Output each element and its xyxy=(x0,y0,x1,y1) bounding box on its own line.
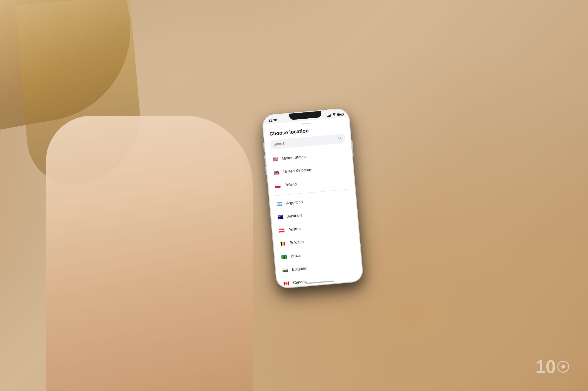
search-icon xyxy=(338,136,342,141)
recent-countries-list: 🇺🇸 United States 🇬🇧 United Kingdom 🇵🇱 Po… xyxy=(266,146,355,193)
battery-icon xyxy=(337,113,343,116)
flag-ca: 🇨🇦 xyxy=(282,280,290,288)
all-countries-list: 🇦🇷 Argentina 🇦🇺 Australia 🇦🇹 Austria 🇧🇪 … xyxy=(270,191,363,288)
country-name-br: Brazil xyxy=(291,253,301,259)
flag-ar: 🇦🇷 xyxy=(275,200,284,208)
wifi-icon xyxy=(332,113,336,117)
app-content[interactable]: Choose location xyxy=(263,117,363,288)
country-name-be: Belgium xyxy=(290,240,304,245)
watermark: 10 xyxy=(535,356,570,377)
recent-countries-section: 🇺🇸 United States 🇬🇧 United Kingdom 🇵🇱 Po… xyxy=(266,146,355,194)
country-name-pl: Poland xyxy=(284,182,297,188)
country-name-bg: Bulgaria xyxy=(292,266,306,272)
flag-be: 🇧🇪 xyxy=(279,240,287,248)
flag-au: 🇦🇺 xyxy=(277,213,285,221)
signal-icon xyxy=(327,114,331,117)
status-icons xyxy=(327,112,343,117)
phone-screen: 11:38 xyxy=(262,108,363,289)
flag-pl: 🇵🇱 xyxy=(274,182,282,190)
flag-bg: 🇧🇬 xyxy=(281,266,289,274)
hand-holding xyxy=(46,116,253,391)
country-name-ar: Argentina xyxy=(286,200,303,205)
flag-gb: 🇬🇧 xyxy=(273,169,281,177)
country-name-ca: Canada xyxy=(293,280,307,285)
country-name-at: Austria xyxy=(288,226,301,232)
phone-device: 11:38 xyxy=(262,108,364,289)
svg-point-1 xyxy=(561,365,565,369)
phone-shell: 11:38 xyxy=(262,108,364,289)
flag-br: 🇧🇷 xyxy=(280,253,288,261)
country-name-au: Australia xyxy=(287,213,303,219)
flag-us: 🇺🇸 xyxy=(272,155,280,163)
watermark-number: 10 xyxy=(535,356,556,377)
country-name-us: United States xyxy=(282,154,306,161)
watermark-icon xyxy=(557,361,570,373)
flag-at: 🇦🇹 xyxy=(278,226,286,234)
status-time: 11:38 xyxy=(268,118,277,122)
country-name-gb: United Kingdom xyxy=(283,167,311,174)
